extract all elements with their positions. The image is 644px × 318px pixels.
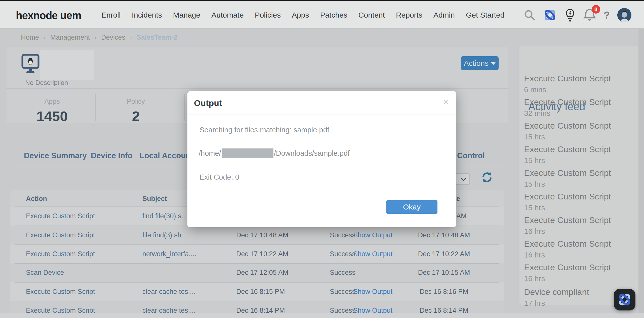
cell-subject: find file(30).s.... — [142, 212, 189, 220]
avatar — [617, 8, 631, 22]
cell-subject: file find(3).sh — [142, 231, 181, 239]
output-line-path: /home/ /Downloads/sample.pdf — [199, 148, 350, 158]
actions-button[interactable]: Actions — [461, 56, 499, 70]
menu-item-admin[interactable]: Admin — [433, 11, 455, 19]
row-divider — [15, 282, 499, 283]
breadcrumb-management[interactable]: Management — [50, 34, 90, 41]
feed-item[interactable]: Device compliant 17 hrs — [524, 287, 589, 307]
menu-item-patches[interactable]: Patches — [320, 11, 347, 19]
menu-item-incidents[interactable]: Incidents — [132, 11, 162, 19]
output-line-1: Searching for files matching: sample.pdf — [199, 126, 329, 134]
activity-feed-panel: Activity feed Execute Custom Script 6 mi… — [519, 46, 638, 305]
breadcrumb-separator: › — [44, 34, 46, 41]
device-name-redacted — [40, 50, 94, 80]
menu-item-manage[interactable]: Manage — [173, 11, 200, 19]
row-divider — [15, 301, 499, 301]
column-header-action: Action — [26, 195, 47, 203]
device-description: No Description — [25, 79, 68, 87]
cell-subject: clear cache tes.... — [142, 288, 196, 296]
username-redacted — [222, 148, 273, 158]
stat-divider — [184, 94, 185, 121]
breadcrumb-separator: › — [94, 34, 97, 41]
panel-divider — [7, 88, 508, 89]
tab-control-partial[interactable]: Control — [457, 151, 485, 160]
menu-item-get-started[interactable]: Get Started — [466, 11, 504, 19]
menu-item-automate[interactable]: Automate — [211, 11, 244, 19]
breadcrumb-home[interactable]: Home — [21, 34, 39, 41]
cell-time: Dec 16 8:15 PM — [236, 288, 285, 296]
user-avatar[interactable] — [617, 8, 631, 22]
output-modal: Output × Searching for files matching: s… — [187, 91, 456, 227]
navbar-icon-group: 8 ? — [524, 1, 631, 29]
okay-button[interactable]: Okay — [386, 200, 437, 214]
tab-device-info[interactable]: Device Info — [91, 151, 132, 160]
cell-reported: Dec 17 10:22 AM — [409, 250, 479, 258]
main-menu: Enroll Incidents Manage Automate Policie… — [101, 1, 504, 29]
cell-status: Success — [330, 288, 355, 296]
show-output-link[interactable]: Show Output — [353, 288, 392, 296]
feed-item[interactable]: Execute Custom Script 15 hrs — [524, 168, 611, 188]
help-icon[interactable]: ? — [604, 10, 610, 21]
show-output-link[interactable]: Show Output — [353, 250, 392, 258]
notifications-bell-icon[interactable]: 8 — [583, 8, 596, 22]
cell-time: Dec 17 10:22 AM — [236, 250, 288, 258]
path-suffix: /Downloads/sample.pdf — [274, 149, 350, 157]
cell-reported: Dec 16 8:16 PM — [409, 288, 479, 296]
feed-item[interactable]: Execute Custom Script 15 hrs — [524, 121, 611, 141]
column-header-reported-partial: e — [456, 195, 460, 203]
feed-item[interactable]: Execute Custom Script 16 hrs — [524, 262, 611, 283]
breadcrumb-devices[interactable]: Devices — [101, 34, 125, 41]
menu-item-enroll[interactable]: Enroll — [101, 11, 121, 19]
cell-action: Execute Custom Script — [26, 288, 95, 296]
horizontal-scrollbar[interactable] — [0, 313, 644, 318]
breadcrumb-current-device: SalesTeam-2 — [137, 34, 178, 41]
menu-item-policies[interactable]: Policies — [255, 11, 281, 19]
close-icon[interactable]: × — [443, 97, 449, 108]
cell-subject: network_interfa.... — [142, 250, 196, 258]
row-divider — [15, 263, 499, 264]
hexnode-atom-icon[interactable] — [543, 8, 557, 22]
cell-action: Execute Custom Script — [26, 231, 95, 239]
cell-reported-partial: AM — [456, 212, 467, 220]
show-output-link[interactable]: Show Output — [353, 231, 392, 239]
path-prefix: /home/ — [199, 149, 221, 157]
feed-item[interactable]: Execute Custom Script 16 hrs — [524, 215, 611, 236]
stat-policy: Policy 2 — [109, 98, 162, 124]
hexnode-chat-widget-button[interactable] — [614, 289, 635, 310]
column-header-subject: Subject — [142, 195, 167, 203]
feed-item[interactable]: Execute Custom Script 15 hrs — [524, 192, 611, 212]
top-navbar: hexnode uem Enroll Incidents Manage Auto… — [0, 1, 644, 29]
hexnode-logo[interactable]: hexnode uem — [16, 10, 81, 22]
feed-item[interactable]: Execute Custom Script 16 hrs — [524, 239, 611, 259]
breadcrumb: Home › Management › Devices › SalesTeam-… — [21, 34, 178, 41]
linux-device-icon — [21, 53, 40, 75]
cell-reported: Dec 17 10:48 AM — [409, 231, 479, 239]
menu-item-reports[interactable]: Reports — [396, 11, 422, 19]
modal-divider — [187, 115, 456, 115]
modal-title: Output — [194, 98, 222, 108]
hexnode-atom-icon — [617, 292, 632, 307]
chevron-down-icon — [460, 177, 466, 183]
cell-reported: Dec 17 10:15 AM — [409, 269, 479, 277]
row-divider — [15, 244, 499, 245]
stat-apps: Apps 1450 — [26, 98, 78, 124]
feed-item[interactable]: Execute Custom Script 6 mins — [524, 74, 611, 94]
cell-status: Success — [330, 269, 355, 277]
lightbulb-icon[interactable] — [565, 8, 576, 22]
menu-item-content[interactable]: Content — [358, 11, 385, 19]
menu-item-apps[interactable]: Apps — [292, 11, 309, 19]
notification-badge: 8 — [592, 5, 600, 14]
stat-divider — [95, 94, 96, 121]
feed-item[interactable]: Execute Custom Script 15 hrs — [524, 144, 611, 165]
search-icon[interactable] — [524, 9, 535, 21]
chevron-down-icon — [491, 62, 496, 65]
cell-time: Dec 17 12:05 AM — [236, 269, 288, 277]
feed-item[interactable]: Execute Custom Script 32 mins — [524, 97, 611, 118]
cell-time: Dec 17 10:48 AM — [236, 231, 288, 239]
vertical-scrollbar[interactable] — [638, 29, 644, 318]
cell-action: Scan Device — [26, 269, 64, 277]
tab-device-summary[interactable]: Device Summary — [24, 151, 87, 160]
refresh-icon[interactable] — [481, 172, 493, 184]
cell-status: Success — [330, 250, 355, 258]
cell-action: Execute Custom Script — [26, 212, 95, 220]
